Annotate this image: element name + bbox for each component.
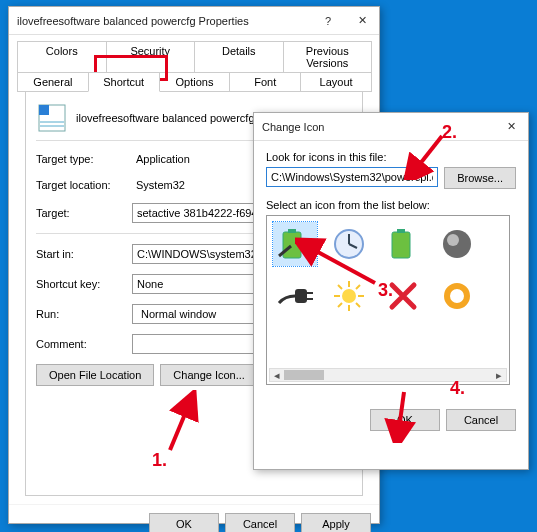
icon-list-scrollbar[interactable]: ◂ ▸: [269, 368, 507, 382]
icon-plug[interactable]: [273, 274, 317, 318]
icon-sun[interactable]: [327, 274, 371, 318]
icon-battery-green[interactable]: [381, 222, 425, 266]
scroll-thumb[interactable]: [284, 370, 324, 380]
target-location-value: System32: [132, 177, 189, 193]
tab-security[interactable]: Security: [106, 41, 196, 73]
svg-line-17: [338, 285, 342, 289]
svg-rect-3: [288, 229, 296, 233]
svg-point-8: [447, 234, 459, 246]
change-icon-title: Change Icon: [262, 121, 324, 133]
svg-rect-9: [295, 289, 307, 303]
cancel-button[interactable]: Cancel: [225, 513, 295, 532]
icon-clock-dial[interactable]: [327, 222, 371, 266]
select-icon-label: Select an icon from the list below:: [266, 199, 516, 211]
svg-rect-1: [39, 105, 49, 115]
target-type-value: Application: [132, 151, 194, 167]
target-type-label: Target type:: [36, 153, 132, 165]
tab-shortcut[interactable]: Shortcut: [88, 72, 160, 92]
svg-rect-6: [397, 229, 405, 233]
icon-x-red[interactable]: [381, 274, 425, 318]
changeicon-ok-button[interactable]: OK: [370, 409, 440, 431]
comment-label: Comment:: [36, 338, 132, 350]
icon-orb-dark[interactable]: [435, 222, 479, 266]
svg-rect-2: [283, 232, 301, 258]
target-label: Target:: [36, 207, 132, 219]
svg-line-18: [356, 303, 360, 307]
icon-battery-leaf[interactable]: [273, 222, 317, 266]
target-location-label: Target location:: [36, 179, 132, 191]
icon-ring-orange[interactable]: [435, 274, 479, 318]
properties-titlebar: ilovefreesoftware balanced powercfg Prop…: [9, 7, 379, 35]
tab-details[interactable]: Details: [194, 41, 284, 73]
look-for-icons-label: Look for icons in this file:: [266, 151, 516, 163]
svg-line-20: [338, 303, 342, 307]
svg-point-21: [447, 286, 467, 306]
tab-general[interactable]: General: [17, 72, 89, 92]
run-label: Run:: [36, 308, 132, 320]
change-icon-titlebar: Change Icon ✕: [254, 113, 528, 141]
svg-rect-5: [392, 232, 410, 258]
changeicon-cancel-button[interactable]: Cancel: [446, 409, 516, 431]
shortcutkey-label: Shortcut key:: [36, 278, 132, 290]
open-file-location-button[interactable]: Open File Location: [36, 364, 154, 386]
browse-button[interactable]: Browse...: [444, 167, 516, 189]
tab-options[interactable]: Options: [159, 72, 231, 92]
svg-point-12: [342, 289, 356, 303]
properties-title: ilovefreesoftware balanced powercfg Prop…: [17, 15, 249, 27]
tab-colors[interactable]: Colors: [17, 41, 107, 73]
change-icon-button[interactable]: Change Icon...: [160, 364, 258, 386]
tab-font[interactable]: Font: [229, 72, 301, 92]
scroll-right-icon[interactable]: ▸: [492, 369, 506, 381]
change-icon-window: Change Icon ✕ Look for icons in this fil…: [253, 112, 529, 470]
tab-previous-versions[interactable]: Previous Versions: [283, 41, 373, 73]
close-button[interactable]: ✕: [494, 113, 528, 141]
icon-list[interactable]: ◂ ▸: [266, 215, 510, 385]
svg-line-19: [356, 285, 360, 289]
startin-label: Start in:: [36, 248, 132, 260]
shortcut-file-icon: [36, 102, 68, 134]
ok-button[interactable]: OK: [149, 513, 219, 532]
tab-layout[interactable]: Layout: [300, 72, 372, 92]
shortcut-header-text: ilovefreesoftware balanced powercfg: [76, 112, 255, 124]
apply-button[interactable]: Apply: [301, 513, 371, 532]
properties-footer: OK Cancel Apply: [9, 504, 379, 532]
help-button[interactable]: ?: [311, 7, 345, 35]
close-button[interactable]: ✕: [345, 7, 379, 35]
scroll-left-icon[interactable]: ◂: [270, 369, 284, 381]
icon-path-input[interactable]: [266, 167, 438, 187]
